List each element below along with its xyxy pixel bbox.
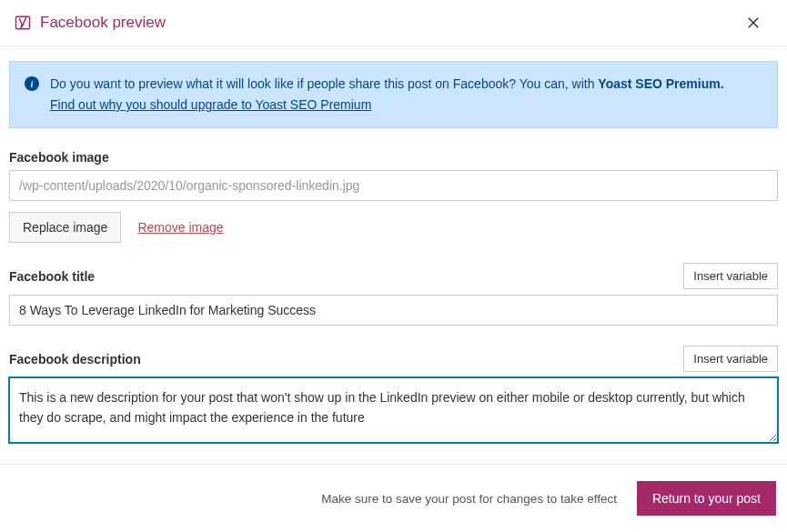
close-icon [745,15,762,31]
info-icon: i [25,76,39,91]
header-left: Facebook preview [15,14,166,32]
upgrade-link[interactable]: Find out why you should upgrade to Yoast… [50,95,724,115]
image-path-input[interactable] [9,170,778,201]
image-actions: Replace image Remove image [9,212,778,243]
description-label: Facebook description [9,352,141,366]
footer-hint: Make sure to save your post for changes … [321,492,617,506]
alert-content: Do you want to preview what it will look… [50,75,724,115]
description-row: Facebook description Insert variable [9,346,778,372]
modal-footer: Make sure to save your post for changes … [0,464,787,532]
remove-image-link[interactable]: Remove image [137,220,223,235]
facebook-preview-modal: Facebook preview i Do you want to previe… [0,0,787,532]
svg-rect-0 [16,16,30,29]
title-row: Facebook title Insert variable [9,263,778,289]
alert-text-bold: Yoast SEO Premium. [598,76,723,91]
description-textarea[interactable]: This is a new description for your post … [9,377,778,443]
alert-text-prefix: Do you want to preview what it will look… [50,76,598,91]
modal-title: Facebook preview [40,14,166,32]
title-label: Facebook title [9,269,95,284]
close-button[interactable] [742,11,765,35]
upsell-alert: i Do you want to preview what it will lo… [9,61,778,128]
replace-image-button[interactable]: Replace image [9,212,121,243]
modal-body: i Do you want to preview what it will lo… [0,46,787,464]
yoast-icon [15,15,31,31]
image-group: Facebook image Replace image Remove imag… [9,150,778,243]
description-insert-variable-button[interactable]: Insert variable [683,346,778,372]
title-input[interactable] [9,295,778,326]
title-group: Facebook title Insert variable [9,263,778,326]
return-button[interactable]: Return to your post [637,481,776,516]
description-group: Facebook description Insert variable Thi… [9,346,778,447]
title-insert-variable-button[interactable]: Insert variable [683,263,778,289]
image-label: Facebook image [9,150,778,165]
alert-text: Do you want to preview what it will look… [50,76,724,91]
modal-header: Facebook preview [0,0,787,46]
